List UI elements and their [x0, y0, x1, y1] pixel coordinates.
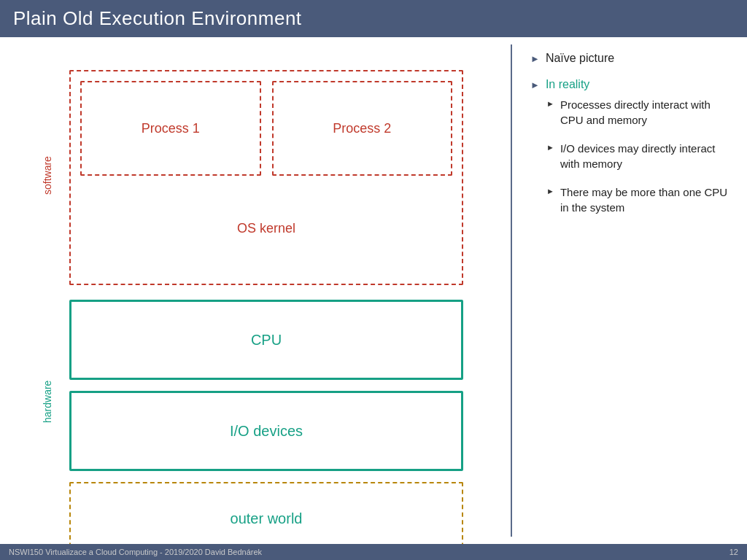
naive-label: Naïve picture	[546, 52, 614, 65]
process1-label: Process 1	[142, 121, 200, 136]
naive-bullet: ► Naïve picture	[530, 52, 732, 65]
naive-arrow-icon: ►	[530, 53, 540, 64]
process2-label: Process 2	[333, 121, 391, 136]
process2-box: Process 2	[272, 81, 453, 176]
naive-section: ► Naïve picture	[530, 52, 732, 65]
sub-bullet-3-text: There may be more than one CPU in the sy…	[560, 184, 732, 215]
footer-page: 12	[729, 548, 738, 556]
sub-bullet-3: ► There may be more than one CPU in the …	[546, 184, 732, 215]
reality-arrow-icon: ►	[530, 79, 540, 90]
os-kernel-box: OS kernel	[80, 187, 452, 271]
sub-bullet-2: ► I/O devices may directly interact with…	[546, 141, 732, 171]
sub-arrow-1-icon: ►	[546, 99, 554, 108]
reality-bullet: ► In reality	[530, 78, 732, 91]
sub-bullet-1: ► Processes directly interact with CPU a…	[546, 97, 732, 128]
outer-world-label: outer world	[231, 510, 303, 527]
footer: NSWI150 Virtualizace a Cloud Computing -…	[0, 544, 747, 560]
cpu-label: CPU	[251, 332, 282, 349]
sub-arrow-2-icon: ►	[546, 143, 554, 152]
cpu-box: CPU	[69, 300, 463, 380]
title-text: Plain Old Execution Environment	[13, 7, 302, 29]
software-label: software	[42, 74, 53, 278]
sub-arrow-3-icon: ►	[546, 187, 554, 195]
outer-world-box: outer world	[69, 482, 463, 544]
process-row: Process 1 Process 2	[80, 81, 452, 176]
hardware-label: hardware	[42, 300, 53, 504]
sub-bullets-list: ► Processes directly interact with CPU a…	[546, 97, 732, 215]
io-box: I/O devices	[69, 391, 463, 471]
diagram-area: software hardware Process 1 Process 2 OS…	[0, 37, 511, 544]
sub-bullet-2-text: I/O devices may directly interact with m…	[560, 141, 732, 171]
reality-label: In reality	[546, 78, 589, 91]
diagram-blocks: Process 1 Process 2 OS kernel CPU I/O de…	[69, 59, 463, 540]
io-label: I/O devices	[230, 423, 303, 440]
diagram: software hardware Process 1 Process 2 OS…	[40, 59, 463, 540]
main-content: software hardware Process 1 Process 2 OS…	[0, 37, 747, 544]
slide-title: Plain Old Execution Environment	[0, 0, 747, 37]
process1-box: Process 1	[80, 81, 261, 176]
footer-course: NSWI150 Virtualizace a Cloud Computing -…	[9, 548, 262, 556]
os-kernel-label: OS kernel	[237, 221, 295, 236]
sub-bullet-1-text: Processes directly interact with CPU and…	[560, 97, 732, 128]
notes-area: ► Naïve picture ► In reality ► Processes…	[512, 37, 747, 544]
reality-section: ► In reality ► Processes directly intera…	[530, 78, 732, 215]
